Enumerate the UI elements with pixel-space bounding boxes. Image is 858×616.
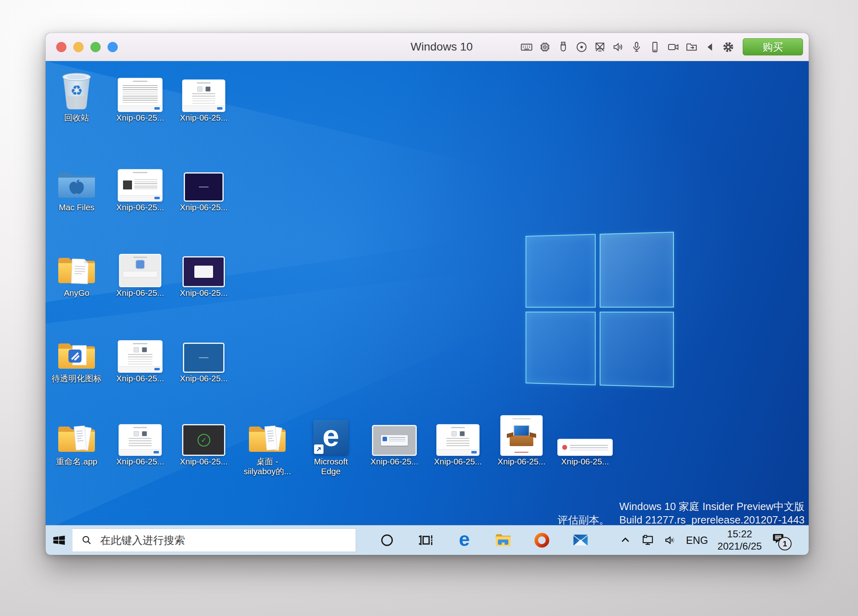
desktop-icon-screenshot[interactable]: Xnip-06-25... [490,411,553,466]
desktop-icon-screenshot[interactable]: ✓Xnip-06-25... [172,411,235,466]
clock[interactable]: 15:22 2021/6/25 [717,528,762,552]
office-icon[interactable] [522,526,561,555]
desktop-icon-screenshot[interactable]: Xnip-06-25... [109,156,172,212]
settings-gear-icon[interactable] [722,41,735,53]
logo-pane [526,234,596,308]
desktop-icon-label: 回收站 [46,113,108,123]
desktop-icon-screenshot[interactable]: Xnip-06-25... [172,328,235,383]
desktop-icon-screenshot[interactable]: Xnip-06-25... [172,156,235,212]
shared-folder-icon[interactable] [685,41,698,53]
desktop-icon-label: Mac Files [46,202,108,212]
desktop-icon-folder-doc[interactable]: AnyGo [46,242,108,298]
language-indicator[interactable]: ENG [686,535,708,546]
keyboard-icon[interactable] [520,41,533,53]
desktop-icon-label: Xnip-06-25... [172,374,235,383]
task-view-icon[interactable] [406,526,445,555]
desktop-icon-folder-apple[interactable]: Mac Files [46,156,108,212]
network-tray-icon[interactable] [641,534,654,547]
file-explorer-icon[interactable] [484,526,522,555]
desktop-icon-label: Xnip-06-25... [109,374,172,383]
screenshot-thumbnail [119,341,161,372]
folder-files-art [46,411,108,455]
desktop-icon-screenshot[interactable]: Xnip-06-25... [109,411,172,466]
action-center-icon[interactable]: 1 [771,531,790,550]
zoom-button[interactable] [90,42,101,52]
screenshot-art [172,67,235,111]
folder-apple-art [46,156,108,200]
screenshot-art [427,411,489,455]
logo-pane [526,312,596,385]
windows-desktop[interactable]: ♻回收站Xnip-06-25...Xnip-06-25...Mac FilesX… [46,61,809,529]
desktop-icon-screenshot[interactable]: Xnip-06-25... [109,242,172,298]
screenshot-thumbnail [184,257,224,286]
screenshot-art [109,242,172,286]
microphone-icon[interactable] [630,41,643,53]
desktop-icon-screenshot[interactable]: Xnip-06-25... [427,411,489,466]
search-input[interactable] [73,528,356,552]
desktop-icon-label: Xnip-06-25... [109,457,172,466]
volume-tray-icon[interactable] [664,534,677,547]
desktop-icon-screenshot[interactable]: Xnip-06-25... [109,328,172,383]
shortcut-arrow-icon [314,444,323,454]
screenshot-art [172,156,235,200]
folder-files-art [236,411,299,455]
window-titlebar: Windows 10 购买 [46,33,809,61]
close-button[interactable] [56,42,66,52]
screenshot-thumbnail [502,416,541,455]
start-button[interactable] [46,526,73,555]
desktop-icon-label: 待透明化图标 [46,374,108,383]
windows-logo-wallpaper [526,232,674,388]
edge-shortcut-tile: e [313,420,348,455]
screenshot-thumbnail [119,170,161,200]
taskbar-search[interactable] [73,528,356,552]
desktop-icon-label: Xnip-06-25... [363,457,426,466]
screenshot-thumbnail [120,255,160,286]
desktop-icon-label: 重命名.app [46,457,108,466]
screenshot-art [109,67,172,111]
screenshot-art [109,156,172,200]
folder-app-art [46,328,108,372]
screenshot-art [109,411,172,455]
desktop-icon-edge[interactable]: eMicrosoftEdge [299,411,362,476]
desktop-icon-label: Xnip-06-25... [490,457,553,466]
coherence-button[interactable] [108,42,118,52]
volume-icon[interactable] [612,41,625,53]
taskbar-app-icons: e [367,526,600,555]
back-icon[interactable] [704,41,716,53]
macos-desktop: { "titlebar": { "title": "Windows 10", "… [0,0,858,616]
cpu-icon[interactable] [539,41,551,53]
network-disabled-icon[interactable] [594,41,606,53]
svg-text:♻: ♻ [70,83,83,98]
cortana-icon[interactable] [367,526,406,555]
device-icon[interactable] [649,41,661,53]
desktop-icon-screenshot[interactable]: Xnip-06-25... [172,67,235,123]
desktop-icon-label: Xnip-06-25... [554,457,616,466]
logo-pane [600,232,674,308]
folder-doc-art [46,242,108,286]
desktop-icon-recycle-bin[interactable]: ♻回收站 [46,67,108,123]
logo-pane [600,312,674,387]
desktop-icon-screenshot[interactable]: Xnip-06-25... [554,411,616,466]
minimize-button[interactable] [73,42,84,52]
desktop-icon-folder-files[interactable]: 重命名.app [46,411,108,466]
tray-chevron-icon[interactable] [619,534,632,547]
clock-time: 15:22 [717,528,762,540]
video-camera-icon[interactable] [667,41,680,53]
screenshot-thumbnail [559,440,612,455]
search-icon [81,534,93,546]
desktop-icon-folder-files[interactable]: 桌面 -siilyaboy的... [236,411,299,476]
cd-icon[interactable] [575,41,588,53]
desktop-icon-screenshot[interactable]: Xnip-06-25... [109,67,172,123]
usb-icon[interactable] [557,41,570,53]
desktop-icon-screenshot[interactable]: Xnip-06-25... [363,411,426,466]
desktop-icon-folder-app[interactable]: 待透明化图标 [46,328,108,383]
buy-button[interactable]: 购买 [743,38,803,55]
screenshot-art [172,242,235,286]
device-toolbar: 购买 [520,33,803,61]
screenshot-thumbnail [119,79,161,111]
desktop-icon-label: Xnip-06-25... [172,202,235,212]
clock-date: 2021/6/25 [717,540,762,552]
mail-icon[interactable] [561,526,600,555]
edge-taskbar-icon[interactable]: e [445,526,484,555]
desktop-icon-screenshot[interactable]: Xnip-06-25... [172,242,235,298]
